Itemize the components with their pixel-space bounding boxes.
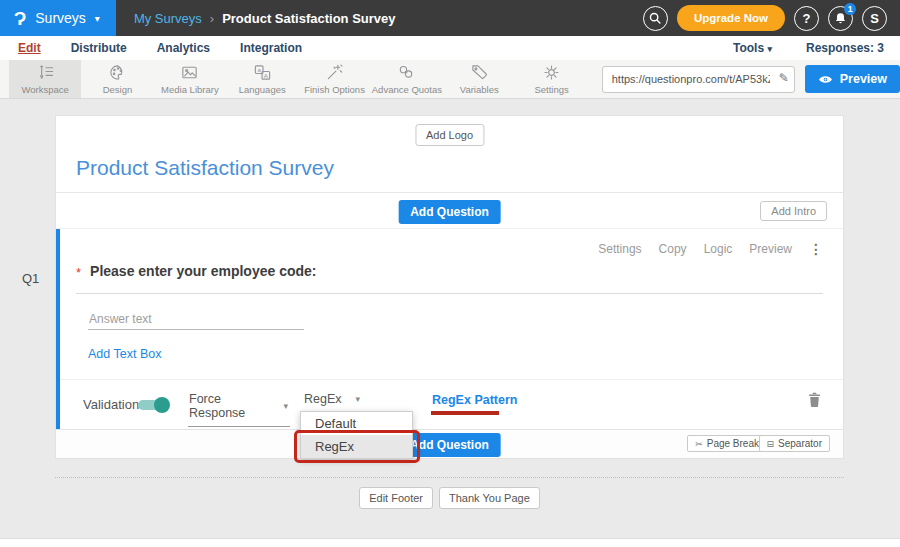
upgrade-now-button[interactable]: Upgrade Now [677, 5, 785, 31]
question-actions: Settings Copy Logic Preview ⋮ [598, 241, 823, 257]
question-preview-link[interactable]: Preview [749, 242, 792, 256]
survey-title[interactable]: Product Satisfaction Survey [76, 156, 334, 180]
translate-icon: aA [253, 63, 272, 82]
survey-header-section: Add Logo Product Satisfaction Survey [56, 116, 843, 193]
question-settings-link[interactable]: Settings [598, 242, 641, 256]
survey-url-group: ✎ Preview [602, 60, 900, 98]
page-break-button[interactable]: ✂ Page Break [687, 435, 767, 452]
regex-pattern-link[interactable]: RegEx Pattern [432, 393, 517, 407]
toolbar-item-advance-quotas[interactable]: Advance Quotas [371, 60, 443, 98]
top-bar-actions: Upgrade Now ? 1 S [643, 5, 900, 31]
tab-edit[interactable]: Edit [18, 41, 41, 55]
survey-nav: Edit Distribute Analytics Integration To… [0, 36, 900, 60]
search-icon [648, 11, 662, 25]
notifications-button[interactable]: 1 [828, 6, 853, 31]
add-question-button-top[interactable]: Add Question [398, 200, 501, 224]
svg-text:A: A [263, 72, 268, 79]
palette-icon [108, 63, 127, 82]
survey-url-box: ✎ [602, 66, 795, 93]
force-response-dropdown[interactable]: Force Response ▾ [188, 392, 290, 427]
page-dotted-separator [55, 477, 844, 478]
tab-integration[interactable]: Integration [240, 41, 302, 55]
toolbar-item-design[interactable]: Design [81, 60, 153, 98]
toggle-knob [154, 397, 170, 413]
chevron-down-icon: ▾ [283, 401, 288, 411]
tag-icon [470, 63, 489, 82]
breadcrumb: My Surveys › Product Satisfaction Survey [134, 11, 396, 26]
add-intro-button[interactable]: Add Intro [760, 201, 827, 221]
tab-distribute[interactable]: Distribute [71, 41, 127, 55]
card-footer-row: Add Question ✂ Page Break ⊟ Separator [56, 429, 843, 458]
image-icon [180, 63, 199, 82]
eye-icon [818, 74, 833, 85]
survey-url-input[interactable] [602, 66, 795, 93]
toolbar-item-variables[interactable]: Variables [443, 60, 515, 98]
question-number-label: Q1 [22, 271, 39, 286]
validation-row: Validation Force Response ▾ RegEx ▾ RegE… [60, 379, 843, 429]
question-copy-link[interactable]: Copy [659, 242, 687, 256]
chevron-down-icon: ▾ [356, 394, 361, 404]
chevron-down-icon: ▾ [95, 13, 100, 24]
menu-option-regex[interactable]: RegEx [301, 435, 412, 458]
survey-footer-buttons: Edit Footer Thank You Page [55, 487, 844, 509]
separator-icon: ⊟ [767, 439, 775, 449]
notification-badge: 1 [844, 3, 856, 15]
question-logic-link[interactable]: Logic [704, 242, 733, 256]
survey-editor-canvas: Q1 Add Logo Product Satisfaction Survey … [0, 99, 900, 547]
answer-text-input[interactable] [88, 309, 304, 330]
edit-toolbar: Workspace Design Media Library aA Langua… [0, 60, 900, 99]
add-logo-button[interactable]: Add Logo [415, 124, 484, 146]
validation-type-menu: Default RegEx [300, 411, 413, 459]
preview-button[interactable]: Preview [805, 65, 900, 93]
tab-analytics[interactable]: Analytics [157, 41, 210, 55]
validation-type-dropdown[interactable]: RegEx ▾ [303, 392, 360, 413]
search-button[interactable] [643, 6, 668, 31]
add-question-button-bottom[interactable]: Add Question [398, 433, 501, 457]
help-button[interactable]: ? [794, 6, 819, 31]
page-bottom-strip [0, 538, 900, 547]
red-underline-annotation [431, 411, 499, 415]
magic-wand-icon [325, 63, 344, 82]
responses-link[interactable]: Responses: 3 [806, 41, 884, 55]
scissors-icon: ✂ [695, 439, 703, 449]
required-asterisk: * [76, 265, 81, 280]
survey-card: Add Logo Product Satisfaction Survey Add… [55, 115, 844, 459]
tools-menu[interactable]: Tools ▾ [733, 41, 772, 55]
question-text[interactable]: Please enter your employee code: [90, 263, 316, 279]
questionpro-logo-icon: Ɂ [14, 9, 26, 28]
toolbar-item-media-library[interactable]: Media Library [154, 60, 226, 98]
question-text-row: * Please enter your employee code: [76, 263, 823, 294]
workspace-icon [36, 63, 55, 82]
edit-footer-button[interactable]: Edit Footer [359, 487, 433, 509]
validation-toggle[interactable] [138, 398, 170, 411]
app-window: Ɂ Surveys ▾ My Surveys › Product Satisfa… [0, 0, 900, 547]
question-block-q1: Settings Copy Logic Preview ⋮ * Please e… [56, 229, 843, 429]
add-question-row: Add Question Add Intro [56, 193, 843, 229]
nav-right: Tools ▾ Responses: 3 [733, 41, 884, 55]
avatar[interactable]: S [862, 6, 887, 31]
delete-question-button[interactable] [808, 392, 821, 410]
breadcrumb-separator-icon: › [210, 11, 214, 26]
chain-links-icon [397, 63, 416, 82]
menu-option-default[interactable]: Default [301, 412, 412, 435]
top-bar: Ɂ Surveys ▾ My Surveys › Product Satisfa… [0, 0, 900, 36]
add-text-box-link[interactable]: Add Text Box [88, 347, 161, 361]
surveys-menu-label: Surveys [35, 10, 86, 26]
thank-you-page-button[interactable]: Thank You Page [439, 487, 540, 509]
surveys-menu[interactable]: Ɂ Surveys ▾ [0, 0, 116, 36]
toolbar-item-settings[interactable]: Settings [515, 60, 587, 98]
more-options-icon[interactable]: ⋮ [809, 241, 823, 257]
chevron-down-icon: ▾ [767, 44, 772, 54]
breadcrumb-my-surveys[interactable]: My Surveys [134, 11, 202, 26]
toolbar-item-finish-options[interactable]: Finish Options [298, 60, 370, 98]
gear-icon [542, 63, 561, 82]
breadcrumb-current-survey: Product Satisfaction Survey [222, 11, 395, 26]
separator-button[interactable]: ⊟ Separator [759, 435, 830, 452]
trash-icon [808, 392, 821, 407]
toolbar-item-languages[interactable]: aA Languages [226, 60, 298, 98]
svg-text:a: a [257, 66, 261, 73]
validation-label: Validation [83, 397, 139, 412]
edit-url-icon[interactable]: ✎ [779, 71, 789, 85]
toolbar-item-workspace[interactable]: Workspace [9, 60, 81, 98]
